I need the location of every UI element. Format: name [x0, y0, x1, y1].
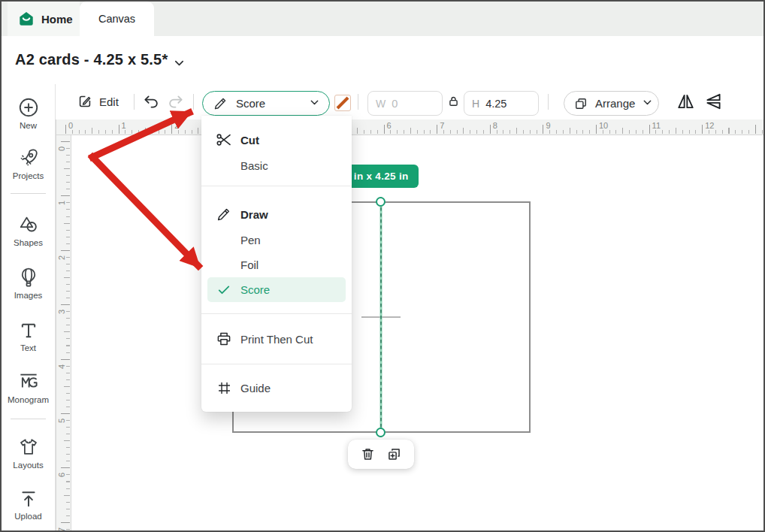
- ruler-number: 9: [546, 121, 550, 130]
- sidebar-item-label: Images: [14, 291, 43, 300]
- layers-icon: [573, 96, 588, 111]
- tab-home-label: Home: [41, 13, 73, 26]
- ruler-number: 6: [57, 470, 66, 480]
- menu-divider: [201, 186, 352, 186]
- menu-item-label: Score: [240, 283, 270, 296]
- sidebar-item-text[interactable]: Text: [2, 320, 55, 352]
- linetype-color-swatch[interactable]: [334, 95, 351, 111]
- menu-item-print-then-cut[interactable]: Print Then Cut: [201, 326, 352, 352]
- horizontal-ruler: 0123456789101112: [56, 119, 765, 135]
- ruler-number: 4: [57, 361, 66, 371]
- duplicate-icon[interactable]: [386, 446, 402, 462]
- width-field[interactable]: W: [367, 91, 443, 116]
- flip-horizontal-icon[interactable]: [676, 92, 696, 114]
- menu-item-foil[interactable]: Foil: [201, 252, 352, 277]
- text-icon: [18, 320, 39, 341]
- sidebar-item-images[interactable]: Images: [2, 266, 55, 300]
- height-field[interactable]: H: [464, 91, 539, 116]
- toolbar-divider: [193, 94, 194, 110]
- sidebar-item-layouts[interactable]: Layouts: [2, 436, 55, 470]
- pencil-icon: [213, 95, 228, 111]
- ruler-number: 1: [57, 198, 66, 208]
- sidebar-item-label: Projects: [13, 171, 44, 180]
- redo-icon[interactable]: [167, 94, 184, 110]
- sidebar-item-label: Layouts: [13, 461, 43, 470]
- project-title: A2 cards - 4.25 x 5.5*: [15, 51, 168, 68]
- shapes-icon: [17, 213, 40, 236]
- selection-handle-bottom[interactable]: [376, 428, 386, 437]
- tab-home[interactable]: Home: [8, 2, 80, 36]
- vertical-ruler: 01234567: [56, 135, 71, 532]
- sidebar-item-label: Monogram: [8, 395, 49, 404]
- scissors-icon: [215, 131, 233, 149]
- ruler-number: 2: [57, 252, 66, 262]
- ruler-number: 0: [68, 121, 73, 130]
- top-tab-bar: Home Canvas: [2, 2, 763, 36]
- menu-item-cut[interactable]: Cut: [201, 127, 352, 153]
- menu-divider: [201, 364, 352, 364]
- menu-item-label: Guide: [240, 382, 271, 394]
- sidebar-item-label: Upload: [14, 512, 41, 521]
- width-input[interactable]: [392, 98, 435, 110]
- arrange-dropdown[interactable]: Arrange: [564, 91, 659, 116]
- sidebar-item-projects[interactable]: Projects: [2, 147, 55, 180]
- menu-item-score[interactable]: Score: [207, 277, 346, 302]
- app-window: Home Canvas A2 cards - 4.25 x 5.5* Edit: [0, 0, 765, 532]
- menu-item-label: Print Then Cut: [240, 333, 313, 346]
- printer-icon: [215, 331, 233, 347]
- edit-button[interactable]: Edit: [77, 93, 119, 110]
- linetype-selected-label: Score: [236, 97, 265, 110]
- menu-item-draw[interactable]: Draw: [201, 201, 352, 227]
- rocket-icon: [17, 147, 40, 169]
- menu-item-basic[interactable]: Basic: [201, 153, 352, 178]
- tshirt-icon: [17, 436, 40, 458]
- chevron-down-icon: [309, 97, 320, 110]
- linetype-menu: Cut Basic Draw Pen Foil Score: [201, 116, 352, 412]
- menu-divider: [201, 313, 352, 314]
- menu-item-guide[interactable]: Guide: [201, 375, 352, 401]
- ruler-number: 7: [440, 121, 444, 130]
- sidebar-item-new[interactable]: New: [2, 96, 55, 130]
- sidebar-item-label: Shapes: [14, 238, 43, 247]
- toolbar-divider: [358, 94, 358, 110]
- sidebar-divider: [11, 419, 46, 419]
- lock-icon[interactable]: [447, 95, 460, 111]
- upload-icon: [18, 488, 39, 509]
- edit-toolbar: Edit Score W: [56, 84, 765, 119]
- edit-icon: [77, 93, 93, 110]
- height-input[interactable]: [485, 98, 529, 110]
- tab-canvas[interactable]: Canvas: [80, 2, 154, 36]
- sidebar-item-label: New: [20, 121, 37, 130]
- title-bar: A2 cards - 4.25 x 5.5*: [2, 36, 763, 84]
- toolbar-divider: [134, 94, 135, 110]
- sidebar-item-shapes[interactable]: Shapes: [2, 213, 55, 247]
- title-chevron-down-icon[interactable]: [173, 57, 186, 71]
- menu-item-pen[interactable]: Pen: [201, 227, 352, 252]
- sidebar-item-monogram[interactable]: Monogram: [2, 370, 55, 404]
- menu-item-label: Pen: [240, 234, 261, 246]
- pencil-icon: [215, 206, 233, 222]
- ruler-number: 5: [57, 416, 66, 426]
- menu-item-label: Draw: [240, 208, 268, 221]
- ruler-number: 12: [705, 121, 714, 130]
- edit-button-label: Edit: [99, 95, 119, 108]
- undo-icon[interactable]: [143, 94, 160, 110]
- selection-handle-top[interactable]: [376, 197, 386, 207]
- linetype-dropdown[interactable]: Score: [202, 91, 330, 116]
- sidebar-divider: [11, 193, 46, 194]
- left-sidebar: New Projects Shapes Images Text: [2, 84, 56, 532]
- ruler-number: 10: [599, 121, 608, 130]
- delete-icon[interactable]: [360, 446, 376, 462]
- score-line[interactable]: [375, 197, 387, 437]
- flip-vertical-icon[interactable]: [703, 92, 724, 114]
- menu-item-label: Cut: [240, 134, 259, 147]
- ruler-number: 8: [493, 121, 497, 130]
- height-label: H: [472, 98, 479, 110]
- toolbar-divider: [548, 94, 549, 110]
- monogram-icon: [17, 370, 40, 393]
- hot-air-balloon-icon: [17, 266, 40, 289]
- sidebar-item-upload[interactable]: Upload: [2, 488, 55, 521]
- cricut-logo-icon: [18, 11, 35, 27]
- check-icon: [215, 283, 233, 298]
- ruler-number: 0: [57, 144, 66, 154]
